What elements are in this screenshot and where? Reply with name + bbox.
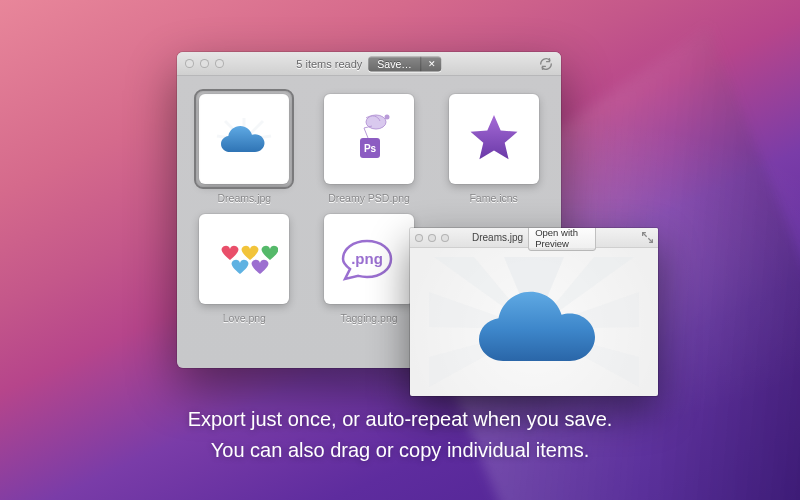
svg-line-5 bbox=[217, 136, 244, 140]
hearts-icon bbox=[210, 238, 278, 280]
minimize-icon[interactable] bbox=[200, 59, 209, 68]
refresh-icon[interactable] bbox=[539, 57, 553, 71]
preview-body bbox=[410, 248, 658, 396]
zoom-icon[interactable] bbox=[215, 59, 224, 68]
item-label: Dreams.jpg bbox=[217, 192, 271, 204]
svg-line-3 bbox=[225, 121, 244, 140]
item-tile[interactable]: Ps bbox=[324, 94, 414, 184]
star-icon bbox=[464, 109, 524, 169]
svg-text:Ps: Ps bbox=[364, 143, 377, 154]
grid-item[interactable]: Fame.icns bbox=[444, 94, 543, 204]
grid-item[interactable]: Love.png bbox=[195, 214, 294, 324]
png-tag-icon: .png bbox=[337, 235, 401, 283]
main-titlebar: 5 items ready Save… ✕ bbox=[177, 52, 561, 76]
psd-icon: Ps bbox=[338, 108, 400, 170]
zoom-icon[interactable] bbox=[441, 234, 449, 242]
item-tile[interactable]: .png bbox=[324, 214, 414, 304]
preview-traffic-lights[interactable] bbox=[415, 234, 449, 242]
item-label: Tagging.png bbox=[340, 312, 397, 324]
preview-title: Dreams.jpg bbox=[472, 232, 523, 243]
status-text: 5 items ready bbox=[296, 58, 362, 70]
preview-titlebar: Dreams.jpg Open with Preview bbox=[410, 228, 658, 248]
svg-line-2 bbox=[244, 121, 263, 140]
svg-point-7 bbox=[384, 115, 389, 120]
traffic-lights[interactable] bbox=[185, 59, 224, 68]
item-tile[interactable] bbox=[199, 94, 289, 184]
close-icon[interactable] bbox=[185, 59, 194, 68]
titlebar-center: 5 items ready Save… ✕ bbox=[296, 56, 441, 71]
item-label: Love.png bbox=[223, 312, 266, 324]
item-label: Dreamy PSD.png bbox=[328, 192, 410, 204]
item-tile[interactable] bbox=[199, 214, 289, 304]
svg-text:.png: .png bbox=[351, 250, 383, 267]
item-label: Fame.icns bbox=[469, 192, 517, 204]
svg-rect-0 bbox=[213, 116, 275, 162]
close-icon[interactable] bbox=[415, 234, 423, 242]
cloud-icon bbox=[213, 116, 275, 162]
grid-item[interactable]: .png Tagging.png bbox=[320, 214, 419, 324]
tagline-line-2: You can also drag or copy individual ite… bbox=[0, 435, 800, 466]
save-button[interactable]: Save… bbox=[368, 56, 421, 71]
marketing-tagline: Export just once, or auto-repeat when yo… bbox=[0, 404, 800, 466]
cancel-button[interactable]: ✕ bbox=[422, 57, 442, 70]
grid-item[interactable]: Ps Dreamy PSD.png bbox=[320, 94, 419, 204]
grid-item[interactable]: Dreams.jpg bbox=[195, 94, 294, 204]
preview-image bbox=[429, 257, 639, 387]
svg-line-4 bbox=[244, 136, 271, 140]
expand-icon[interactable] bbox=[641, 231, 654, 244]
tagline-line-1: Export just once, or auto-repeat when yo… bbox=[0, 404, 800, 435]
item-tile[interactable] bbox=[449, 94, 539, 184]
preview-window: Dreams.jpg Open with Preview bbox=[410, 228, 658, 396]
minimize-icon[interactable] bbox=[428, 234, 436, 242]
save-button-group[interactable]: Save… ✕ bbox=[368, 56, 441, 71]
